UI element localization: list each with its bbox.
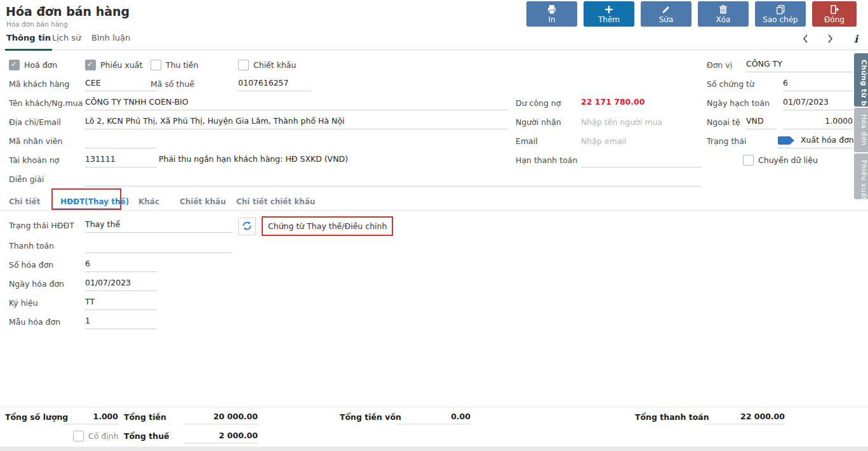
tong-so-luong-label: Tổng số lượng: [5, 411, 68, 424]
dien-giai-field[interactable]: [85, 172, 702, 186]
checkbox-box: [238, 60, 249, 70]
tai-khoan-no-description: Phải thu ngắn hạn khách hàng: HĐ SXKD (V…: [159, 153, 348, 167]
checkbox-chuyen-du-lieu[interactable]: Chuyển dữ liệu: [743, 155, 818, 166]
checkbox-box: [743, 155, 754, 166]
status-flag-icon: [778, 136, 794, 145]
tong-thue-value: 2 000.00: [184, 430, 258, 443]
subtab-chi-tiet[interactable]: Chi tiết: [9, 195, 40, 209]
trang-thai-value: Xuất hóa đơn: [801, 135, 854, 145]
trang-thai-hddt-field[interactable]: Thay thế: [85, 218, 232, 233]
checkbox-box: [9, 60, 20, 70]
ma-khach-hang-field[interactable]: CEE: [85, 77, 157, 91]
copy-button-label: Sao chép: [763, 15, 798, 24]
ma-so-thue-field[interactable]: 0107616257: [238, 77, 311, 91]
ky-hieu-label: Ký hiệu: [9, 297, 38, 310]
checkbox-co-dinh[interactable]: Cố định: [73, 431, 119, 441]
add-button-label: Thêm: [598, 15, 620, 24]
trang-thai-field[interactable]: Xuất hóa đơn: [778, 134, 853, 148]
footer-separator: [0, 407, 868, 407]
email-label: Email: [516, 135, 538, 148]
page-title: Hóa đơn bán hàng: [6, 4, 130, 18]
han-thanh-toan-label: Hạn thanh toán: [516, 154, 577, 167]
subtab-khac[interactable]: Khác: [138, 195, 159, 209]
sync-button[interactable]: [238, 218, 256, 235]
sync-icon: [242, 221, 252, 233]
tab-thong-tin[interactable]: Thông tin: [5, 30, 52, 51]
chung-tu-thay-the-link[interactable]: Chứng từ Thay thế/Điều chỉnh: [262, 216, 393, 236]
nguoi-nhan-label: Người nhận: [516, 116, 561, 129]
add-button[interactable]: Thêm: [584, 1, 634, 27]
subtab-chiet-khau[interactable]: Chiết khấu: [180, 195, 226, 209]
ngoai-te-field[interactable]: VND: [746, 115, 777, 129]
checkbox-thu-tien-label: Thu tiền: [166, 60, 198, 70]
side-tabs: Chứng từ bán Hóa đơn Phiếu xuất: [854, 53, 868, 199]
printer-icon: [547, 4, 557, 15]
han-thanh-toan-field[interactable]: [581, 153, 702, 167]
checkbox-chiet-khau[interactable]: Chiết khấu: [238, 60, 296, 70]
tong-tien-von-label: Tổng tiền vốn: [340, 411, 401, 424]
sales-invoice-window: Hóa đơn bán hàng Hóa đơn bán hàng In Thê…: [0, 0, 868, 451]
ngay-hach-toan-label: Ngày hạch toán: [707, 97, 770, 110]
tong-thanh-toan-value: 22 000.00: [705, 411, 785, 424]
close-button[interactable]: Đóng: [812, 1, 857, 27]
horizontal-scrollbar[interactable]: [0, 447, 868, 451]
tong-tien-value: 20 000.00: [184, 411, 258, 424]
plus-icon: [604, 4, 614, 15]
side-tab-hoa-don[interactable]: Hóa đơn: [854, 108, 868, 152]
chevron-right-icon[interactable]: [825, 33, 836, 44]
tai-khoan-no-field[interactable]: 131111: [85, 153, 157, 167]
edit-button[interactable]: Sửa: [641, 1, 691, 27]
checkbox-thu-tien[interactable]: Thu tiền: [150, 60, 198, 70]
email-input[interactable]: [581, 134, 702, 148]
ma-nhan-vien-field[interactable]: [85, 134, 157, 148]
checkbox-hoa-don-label: Hoá đơn: [24, 60, 57, 70]
edit-button-label: Sửa: [659, 15, 674, 24]
du-cong-no-label: Dư công nợ: [516, 97, 561, 110]
tong-thanh-toan-label: Tổng thanh toán: [635, 411, 709, 424]
so-chung-tu-field[interactable]: 6: [783, 77, 853, 91]
copy-button[interactable]: Sao chép: [755, 1, 806, 27]
ngay-hach-toan-field[interactable]: 01/07/2023: [783, 96, 853, 110]
chuyen-du-lieu-label: Chuyển dữ liệu: [758, 155, 818, 165]
trash-icon: [718, 4, 728, 15]
tong-tien-von-value: 0.00: [397, 411, 471, 424]
checkbox-box: [150, 60, 161, 70]
info-icon[interactable]: i: [850, 33, 862, 44]
mau-hoa-don-field[interactable]: 1: [85, 315, 157, 329]
tong-tien-label: Tổng tiền: [124, 411, 166, 424]
tab-binh-luan[interactable]: Bình luận: [90, 30, 131, 49]
chevron-left-icon[interactable]: [799, 33, 811, 44]
ngay-hoa-don-field[interactable]: 01/07/2023: [85, 277, 157, 291]
ngoai-te-label: Ngoại tệ: [707, 116, 740, 129]
checkbox-phieu-xuat[interactable]: Phiếu xuất: [85, 60, 142, 70]
copy-icon: [775, 4, 785, 15]
checkbox-hoa-don[interactable]: Hoá đơn: [9, 60, 57, 70]
delete-button[interactable]: Xóa: [698, 1, 749, 27]
record-navigation: i: [799, 33, 862, 44]
don-vi-label: Đơn vị: [707, 59, 732, 72]
ngay-hoa-don-label: Ngày hóa đơn: [9, 278, 64, 291]
ty-gia-field[interactable]: 1.0000: [783, 115, 853, 129]
checkbox-box: [85, 60, 96, 70]
so-hoa-don-field[interactable]: 6: [85, 258, 157, 272]
dia-chi-field[interactable]: Lô 2, KCN Phú Thị, Xã Phú Thị, Huyện Gia…: [85, 115, 508, 129]
delete-button-label: Xóa: [716, 15, 731, 24]
print-button-label: In: [548, 15, 555, 24]
side-tab-chung-tu-ban[interactable]: Chứng từ bán: [854, 53, 868, 107]
print-button[interactable]: In: [526, 1, 577, 27]
checkbox-box: [73, 431, 84, 441]
toolbar: In Thêm Sửa Xóa Sao chép Đóng: [526, 1, 857, 27]
ten-khach-label: Tên khách/Ng.mua: [9, 97, 83, 110]
subtab-chi-tiet-chiet-khau[interactable]: Chi tiết chiết khấu: [236, 195, 316, 209]
ky-hieu-field[interactable]: TT: [85, 296, 157, 310]
thanh-toan-label: Thanh toán: [9, 240, 54, 252]
main-tabbar: Thông tin Lịch sử Bình luận i: [0, 30, 868, 50]
thanh-toan-field[interactable]: [85, 239, 232, 253]
ten-khach-field[interactable]: CÔNG TY TNHH COEN-BIO: [85, 96, 508, 110]
tab-lich-su[interactable]: Lịch sử: [51, 30, 82, 49]
ma-so-thue-label: Mã số thuế: [150, 78, 194, 91]
close-button-label: Đóng: [824, 15, 845, 24]
nguoi-nhan-input[interactable]: [581, 115, 702, 129]
tai-khoan-no-label: Tài khoản nợ: [9, 154, 59, 167]
don-vi-field[interactable]: CÔNG TY: [746, 58, 853, 72]
